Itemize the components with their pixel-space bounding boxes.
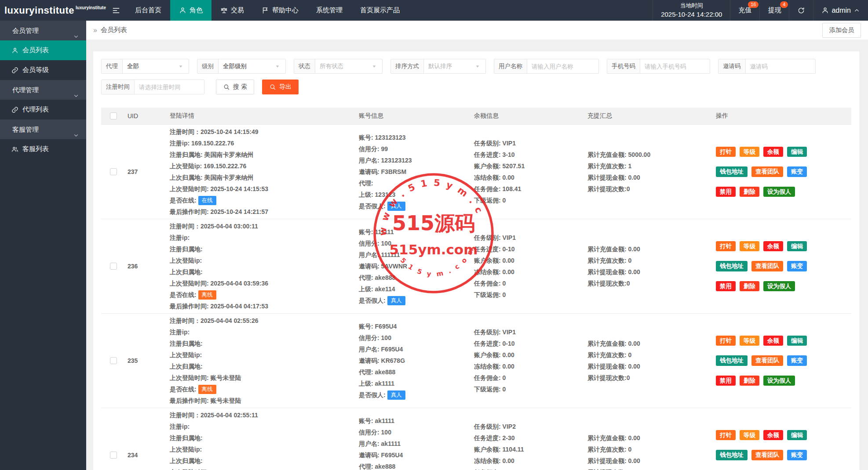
op-打针-button[interactable]: 打针: [716, 336, 736, 346]
op-打针-button[interactable]: 打针: [716, 147, 736, 157]
login-line: 注册归属地:: [170, 338, 355, 349]
field-label: 累计充值金额:: [587, 246, 628, 253]
op-账变-button[interactable]: 账变: [787, 355, 807, 366]
op-查看团队-button[interactable]: 查看团队: [751, 450, 783, 460]
recharge-summary-cell: 累计充值金额: 0.00累计充值次数: 0累计提现金额: 0.00累计提现次数:…: [586, 314, 714, 408]
recharge-link[interactable]: 充值 16: [730, 0, 759, 21]
withdraw-link[interactable]: 提现 4: [759, 0, 789, 21]
field-label: 信用分:: [359, 429, 381, 436]
login-line: 注册ip:: [170, 326, 355, 338]
op-账变-button[interactable]: 账变: [787, 261, 807, 271]
field-value: ak1111: [381, 440, 401, 447]
select-all-checkbox[interactable]: [110, 112, 117, 119]
balance-line: 任务进度: 0-10: [474, 243, 584, 255]
login-line: 最后操作时间: 账号未登陆: [170, 395, 355, 406]
search-button[interactable]: 搜 索: [216, 80, 254, 94]
filter-select[interactable]: 全部级别: [219, 59, 285, 73]
nav-item-3[interactable]: 交易: [212, 0, 253, 21]
status-badge[interactable]: 真人: [387, 390, 405, 400]
field-label: 账号:: [359, 134, 375, 141]
op-账变-button[interactable]: 账变: [787, 450, 807, 460]
field-label: 代理:: [359, 463, 375, 470]
filter-input[interactable]: [746, 59, 815, 73]
op-等级-button[interactable]: 等级: [740, 147, 759, 157]
nav-item-1[interactable]: 后台首页: [126, 0, 170, 21]
op-删除-button[interactable]: 删除: [740, 281, 759, 292]
status-badge[interactable]: 在线: [198, 196, 216, 205]
login-line: 上次登陆时间:: [170, 466, 355, 470]
op-余额-button[interactable]: 余额: [763, 241, 783, 252]
sidebar-group-1[interactable]: 会员管理: [0, 21, 86, 40]
app-logo: luxuryinstitute luxuryinstitute: [0, 0, 106, 21]
filter-select[interactable]: 全部: [123, 59, 189, 73]
field-value: 0.00: [628, 434, 640, 441]
op-编辑-button[interactable]: 编辑: [787, 430, 807, 441]
nav-item-6[interactable]: 首页展示产品: [351, 0, 408, 21]
filter-select[interactable]: 默认排序: [424, 59, 485, 73]
status-badge[interactable]: 真人: [387, 202, 405, 211]
op-设为假人-button[interactable]: 设为假人: [763, 376, 795, 386]
row-checkbox[interactable]: [110, 452, 117, 459]
field-value: 美国南卡罗来纳州: [204, 174, 254, 181]
nav-item-2[interactable]: 角色: [170, 0, 212, 21]
field-value: 2025-04-04 04:17:53: [211, 303, 269, 310]
nav-item-4[interactable]: 帮助中心: [253, 0, 307, 21]
field-label: 冻结余额:: [474, 457, 503, 464]
op-查看团队-button[interactable]: 查看团队: [751, 166, 783, 177]
user-menu[interactable]: admin: [813, 0, 868, 21]
nav-item-5[interactable]: 系统管理: [307, 0, 351, 21]
op-账变-button[interactable]: 账变: [787, 166, 807, 177]
op-禁用-button[interactable]: 禁用: [716, 376, 736, 386]
status-badge[interactable]: 离线: [198, 385, 216, 394]
filter-select[interactable]: 所有状态: [315, 59, 382, 73]
totals-line: 累计提现次数:0: [587, 278, 712, 289]
op-编辑-button[interactable]: 编辑: [787, 336, 807, 346]
add-member-button[interactable]: 添加会员: [822, 23, 861, 38]
op-禁用-button[interactable]: 禁用: [716, 187, 736, 197]
op-等级-button[interactable]: 等级: [740, 241, 759, 252]
field-label: 账户余额:: [474, 351, 503, 358]
field-value: 169.150.222.76: [191, 140, 234, 147]
export-button[interactable]: 导出: [262, 80, 299, 94]
filter-input[interactable]: [527, 59, 598, 73]
op-钱包地址-button[interactable]: 钱包地址: [716, 261, 748, 271]
op-余额-button[interactable]: 余额: [763, 430, 783, 441]
logo-superscript: luxuryinstitute: [76, 5, 106, 10]
op-查看团队-button[interactable]: 查看团队: [751, 355, 783, 366]
sidebar-item-会员等级[interactable]: 会员等级: [0, 60, 86, 80]
field-value: 0: [627, 374, 630, 381]
row-checkbox[interactable]: [110, 263, 117, 270]
filter-input[interactable]: [135, 80, 204, 94]
op-删除-button[interactable]: 删除: [740, 376, 759, 386]
op-编辑-button[interactable]: 编辑: [787, 241, 807, 252]
row-checkbox[interactable]: [110, 168, 117, 175]
field-value: 100: [381, 429, 391, 436]
status-badge[interactable]: 离线: [198, 290, 216, 300]
op-设为假人-button[interactable]: 设为假人: [763, 187, 795, 197]
field-value: 0: [503, 280, 506, 287]
op-查看团队-button[interactable]: 查看团队: [751, 261, 783, 271]
sidebar-group-2[interactable]: 代理管理: [0, 80, 86, 100]
filter-input[interactable]: [640, 59, 710, 73]
withdraw-count-badge: 4: [780, 1, 788, 8]
row-checkbox[interactable]: [110, 357, 117, 364]
op-设为假人-button[interactable]: 设为假人: [763, 281, 795, 292]
op-等级-button[interactable]: 等级: [740, 430, 759, 441]
op-打针-button[interactable]: 打针: [716, 241, 736, 252]
op-钱包地址-button[interactable]: 钱包地址: [716, 355, 748, 366]
login-line: 注册时间：2025-10-24 14:15:49: [170, 126, 355, 137]
op-等级-button[interactable]: 等级: [740, 336, 759, 346]
op-删除-button[interactable]: 删除: [740, 187, 759, 197]
op-禁用-button[interactable]: 禁用: [716, 281, 736, 292]
op-余额-button[interactable]: 余额: [763, 147, 783, 157]
status-badge[interactable]: 真人: [387, 296, 405, 305]
op-编辑-button[interactable]: 编辑: [787, 147, 807, 157]
sidebar-collapse-button[interactable]: [106, 0, 126, 21]
refresh-button[interactable]: [789, 0, 813, 21]
op-钱包地址-button[interactable]: 钱包地址: [716, 450, 748, 460]
field-value: 0-10: [503, 246, 515, 253]
op-余额-button[interactable]: 余额: [763, 336, 783, 346]
op-打针-button[interactable]: 打针: [716, 430, 736, 441]
sidebar-group-3[interactable]: 客服管理: [0, 119, 86, 139]
op-钱包地址-button[interactable]: 钱包地址: [716, 166, 748, 177]
